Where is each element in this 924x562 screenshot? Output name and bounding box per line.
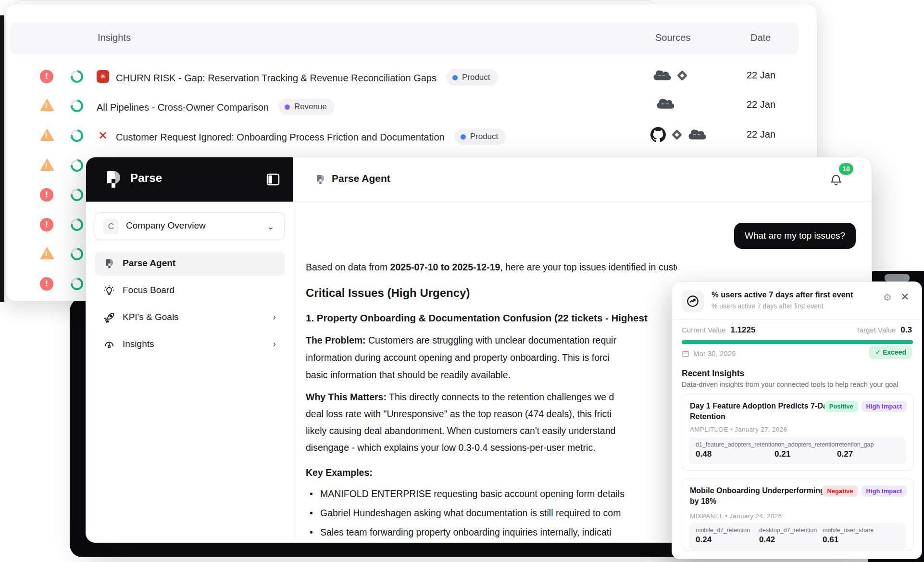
metric-label: d1_feature_adopters_retention	[696, 441, 778, 448]
value-row: Current Value1.1225 Target Value0.3	[682, 325, 912, 337]
insight-title: All Pipelines - Cross-Owner Comparison	[97, 102, 269, 113]
insight-title: CHURN RISK - Gap: Reservation Tracking &…	[116, 73, 437, 83]
table-row[interactable]: ✕ Customer Request Ignored: Onboarding P…	[6, 123, 817, 148]
background-window-button	[885, 274, 910, 281]
column-header-date: Date	[750, 32, 771, 43]
metric-label: non_adopters_retention	[774, 441, 838, 448]
siren-icon: ✳	[97, 70, 109, 83]
user-message-bubble: What are my top issues?	[734, 223, 856, 249]
category-tag: Revenue	[278, 99, 335, 115]
cross-mark-icon: ✕	[97, 129, 109, 142]
metric-icon-chip	[682, 290, 704, 312]
recent-insights-subtitle: Data-driven insights from your connected…	[682, 381, 899, 388]
progress-ring-icon	[68, 216, 86, 234]
sidebar-collapse-icon[interactable]	[266, 172, 280, 187]
date-value: 22 Jan	[747, 70, 775, 81]
impact-badge: High Impact	[862, 401, 907, 412]
parse-agent-icon	[314, 174, 326, 185]
progress-ring-icon	[68, 275, 86, 293]
workspace-name: Company Overview	[126, 220, 206, 231]
chevron-right-icon: ›	[273, 338, 276, 349]
problem-line: The Problem: Customers are struggling wi…	[306, 332, 677, 349]
date-value: 22 Jan	[747, 129, 775, 140]
sidebar-item-label: KPI's & Goals	[123, 312, 179, 322]
app-name: Parse	[130, 171, 162, 185]
progress-ring-icon	[68, 157, 86, 175]
workspace-selector[interactable]: C Company Overview ⌄	[95, 212, 285, 240]
gear-icon[interactable]: ⚙	[883, 292, 892, 303]
sidebar-header: Parse	[86, 157, 293, 202]
chat-title: Parse Agent	[332, 173, 390, 184]
salesforce-icon	[688, 128, 706, 141]
critical-status-icon: !	[40, 188, 53, 202]
recent-insights-title: Recent Insights	[682, 369, 744, 379]
insight-card[interactable]: Day 1 Feature Adoption Predicts 7-DayRet…	[681, 394, 914, 471]
lightbulb-icon	[103, 285, 115, 296]
sidebar-item-parse-agent[interactable]: Parse Agent	[95, 252, 285, 276]
progress-ring-icon	[68, 127, 86, 145]
matters-line: Why This Matters: This directly connects…	[306, 388, 677, 406]
rocket-icon	[103, 312, 115, 323]
jira-icon	[674, 68, 690, 83]
sidebar-item-focus-board[interactable]: Focus Board	[95, 279, 285, 303]
metric-value: 0.21	[774, 449, 838, 459]
sidebar-item-insights[interactable]: Insights ›	[95, 332, 285, 357]
insight-title: Customer Request Ignored: Onboarding Pro…	[116, 132, 445, 142]
metric-value: 0.27	[837, 449, 874, 459]
chevron-down-icon: ⌄	[267, 221, 275, 232]
insight-card[interactable]: Mobile Onboarding Underperforming Deskto…	[681, 478, 914, 550]
warning-status-icon	[40, 128, 54, 141]
sidebar-item-label: Insights	[123, 339, 154, 349]
date-value: 22 Jan	[747, 99, 775, 110]
metric-label: mobile_user_share	[823, 527, 874, 534]
target-value-label: Target Value	[856, 326, 896, 334]
metric-value: 0.42	[759, 535, 817, 545]
notification-bell-icon[interactable]	[829, 174, 843, 187]
table-row[interactable]: ! ✳ CHURN RISK - Gap: Reservation Tracki…	[6, 64, 817, 89]
example-bullet: Sales team forwarding property onboardin…	[306, 527, 677, 538]
sidebar-item-kpis-goals[interactable]: KPI's & Goals ›	[95, 306, 285, 330]
metric-label: retention_gap	[837, 441, 874, 448]
category-tag: Product	[446, 69, 498, 86]
section-heading: Critical Issues (High Urgency)	[306, 286, 677, 300]
target-value: 0.3	[900, 325, 912, 334]
salesforce-icon	[656, 97, 674, 111]
matters-line: deal loss rate with "Unresponsive" as th…	[306, 405, 677, 422]
column-header-insights: Insights	[98, 32, 131, 43]
kpi-subtitle: % users active 7 days after first event	[712, 302, 824, 310]
divider	[672, 319, 922, 320]
chat-header: Parse Agent 10	[293, 157, 872, 202]
close-icon[interactable]: ✕	[900, 291, 909, 303]
parse-logo-icon	[102, 169, 124, 190]
insight-source: AMPLITUDE • January 27, 2026	[690, 426, 787, 433]
background-window-edge	[0, 15, 4, 302]
current-value: 1.1225	[730, 325, 755, 334]
column-header-sources: Sources	[655, 32, 690, 43]
progress-bar	[682, 340, 913, 344]
progress-ring-icon	[68, 97, 86, 115]
critical-status-icon: !	[40, 218, 53, 231]
exceed-status-badge: ✓ Exceed	[869, 345, 912, 359]
examples-heading: Key Examples:	[306, 467, 677, 478]
notification-count-badge: 10	[839, 163, 853, 175]
issue-heading: 1. Property Onboarding & Documentation C…	[306, 312, 677, 324]
sidebar-item-label: Focus Board	[123, 285, 175, 295]
matters-line: disengage - which explains your low 0.3-…	[306, 439, 677, 456]
metric-label: desktop_d7_retention	[759, 527, 817, 534]
gauge-icon	[103, 339, 115, 350]
table-row[interactable]: All Pipelines - Cross-Owner ComparisonRe…	[6, 93, 817, 118]
screen: Insights Sources Date ! ✳ CHURN RISK - G…	[0, 0, 924, 562]
metrics-box: d1_feature_adopters_retention0.48 non_ad…	[689, 437, 906, 464]
jira-icon	[669, 127, 685, 142]
category-tag: Product	[454, 128, 506, 145]
kpi-detail-card: % users active 7 days after first event …	[672, 281, 922, 559]
insight-source: MIXPANEL • January 24, 2026	[690, 512, 782, 520]
problem-line: information during account opening and p…	[306, 349, 677, 366]
example-bullet: MANIFOLD ENTERPRISE requesting basic acc…	[306, 488, 677, 499]
warning-status-icon	[40, 247, 54, 259]
progress-ring-icon	[68, 245, 86, 263]
sidebar-item-label: Parse Agent	[123, 258, 175, 268]
matters-line: likely causing deal abandonment. When cu…	[306, 422, 677, 439]
warning-status-icon	[40, 158, 54, 171]
sidebar: Parse C Company Overview ⌄ Parse Agent F…	[86, 157, 293, 542]
